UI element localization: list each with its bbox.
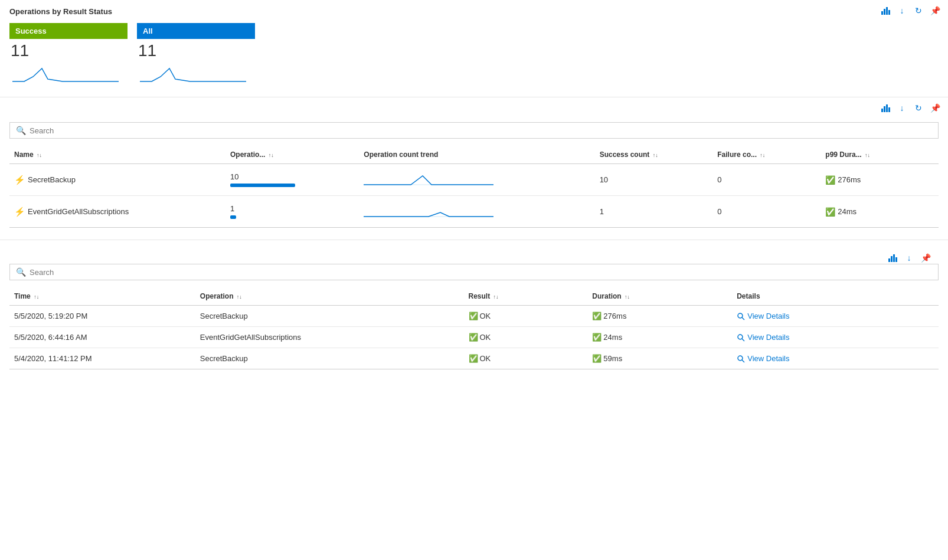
ok-icon-dur: ✅ [592,354,602,363]
log-details: View Details [732,348,939,369]
log-operation: SecretBackup [195,306,464,327]
log-table: Time ↑↓ Operation ↑↓ Result ↑↓ Duration … [9,287,939,369]
sort-icon-failure: ↑↓ [760,152,765,158]
sort-icon-time: ↑↓ [34,294,39,300]
duration-text: 276ms [603,312,626,320]
stat-cards: Success 11 All 11 [9,23,939,85]
log-operation: SecretBackup [195,348,464,369]
download-icon-bot[interactable]: ↓ [903,252,915,264]
sort-icon-opcount: ↑↓ [269,152,274,158]
op-trend-cell [359,196,594,228]
stat-card-success-sparkline [9,61,128,85]
col-header-operation[interactable]: Operation ↑↓ [195,287,464,306]
svg-line-19 [742,360,744,362]
download-icon[interactable]: ↓ [896,5,908,17]
log-time: 5/5/2020, 6:44:16 AM [9,327,195,348]
col-header-duration[interactable]: Duration ↑↓ [587,287,732,306]
svg-rect-12 [893,254,895,262]
result-text: OK [480,333,491,342]
op-bar [230,184,295,187]
ok-icon-dur: ✅ [592,312,602,320]
view-details-link[interactable]: View Details [737,312,934,320]
log-duration: ✅ 276ms [587,306,732,327]
middle-search-bar[interactable]: 🔍 [9,122,939,139]
magnify-icon [737,312,745,320]
sort-icon-result: ↑↓ [493,294,499,300]
col-header-trend: Operation count trend [359,146,594,164]
middle-section: ↓ ↻ 📌 🔍 Name ↑↓ Operatio... [0,97,948,240]
stat-card-success[interactable]: Success 11 [9,23,128,85]
lightning-icon: ⚡ [14,207,25,217]
svg-rect-2 [886,7,888,15]
refresh-icon[interactable]: ↻ [913,5,924,17]
check-icon-2: ✅ [825,207,835,217]
p99-cell: ✅ 24ms [820,196,939,228]
download-icon-mid[interactable]: ↓ [896,102,908,114]
svg-rect-4 [881,109,883,112]
col-header-failure[interactable]: Failure co... ↑↓ [712,146,820,164]
chart-icon-mid[interactable] [880,102,891,114]
svg-line-17 [742,339,744,341]
bottom-search-bar[interactable]: 🔍 [9,264,939,280]
lightning-icon: ⚡ [14,175,25,185]
chart-icon[interactable] [880,5,891,17]
result-text: OK [480,312,491,320]
col-header-name[interactable]: Name ↑↓ [9,146,225,164]
log-result: ✅ OK [464,348,588,369]
svg-point-14 [738,313,743,318]
log-row: 5/4/2020, 11:41:12 PM SecretBackup ✅ OK … [9,348,939,369]
page: Operations by Result Status ↓ ↻ 📌 Succes… [0,0,948,560]
success-count-cell: 1 [595,196,713,228]
middle-search-input[interactable] [30,126,932,135]
op-name-cell: ⚡ SecretBackup [9,164,225,196]
op-name-cell: ⚡ EventGridGetAllSubscriptions [9,196,225,228]
ok-icon-dur: ✅ [592,333,602,342]
col-header-time[interactable]: Time ↑↓ [9,287,195,306]
duration-text: 24ms [603,333,622,342]
magnify-icon [737,333,745,342]
svg-line-15 [742,317,744,320]
p99-value: 24ms [838,207,857,216]
failure-count-cell: 0 [712,196,820,228]
svg-rect-1 [884,9,885,15]
result-text: OK [480,354,491,363]
svg-rect-7 [888,107,890,112]
log-operation: EventGridGetAllSubscriptions [195,327,464,348]
col-header-p99[interactable]: p99 Dura... ↑↓ [820,146,939,164]
op-count-cell: 10 [225,164,359,196]
stat-card-all[interactable]: All 11 [137,23,255,85]
ok-icon: ✅ [469,333,478,342]
stat-card-all-value: 11 [137,39,255,61]
op-count-value: 1 [230,204,354,213]
p99-value: 276ms [838,175,861,184]
col-header-success[interactable]: Success count ↑↓ [595,146,713,164]
svg-rect-11 [891,256,893,262]
svg-rect-10 [888,258,890,262]
search-icon-mid: 🔍 [16,126,26,135]
bottom-search-input[interactable] [30,268,932,277]
refresh-icon-mid[interactable]: ↻ [913,102,924,114]
log-row: 5/5/2020, 5:19:20 PM SecretBackup ✅ OK ✅… [9,306,939,327]
view-details-link[interactable]: View Details [737,333,934,342]
stat-card-success-value: 11 [9,39,128,61]
log-duration: ✅ 59ms [587,348,732,369]
stat-card-success-label: Success [9,23,128,39]
svg-point-16 [738,335,743,339]
pin-icon-bot[interactable]: 📌 [920,252,931,264]
view-details-link[interactable]: View Details [737,354,934,363]
sort-icon-success: ↑↓ [653,152,658,158]
log-time: 5/4/2020, 11:41:12 PM [9,348,195,369]
col-header-details: Details [732,287,939,306]
pin-icon-mid[interactable]: 📌 [929,102,941,114]
duration-text: 59ms [603,354,622,363]
svg-rect-13 [895,257,897,262]
log-time: 5/5/2020, 5:19:20 PM [9,306,195,327]
bottom-toolbar: ↓ 📌 [2,252,931,264]
pin-icon[interactable]: 📌 [929,5,941,17]
chart-icon-bot[interactable] [887,252,898,264]
operations-table: Name ↑↓ Operatio... ↑↓ Operation count t… [9,146,939,228]
p99-cell: ✅ 276ms [820,164,939,196]
col-header-opcount[interactable]: Operatio... ↑↓ [225,146,359,164]
log-row: 5/5/2020, 6:44:16 AM EventGridGetAllSubs… [9,327,939,348]
col-header-result[interactable]: Result ↑↓ [464,287,588,306]
